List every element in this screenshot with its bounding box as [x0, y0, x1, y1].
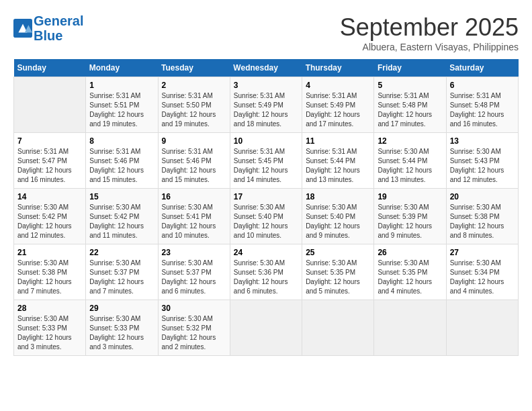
week-row-5: 28Sunrise: 5:30 AM Sunset: 5:33 PM Dayli…	[14, 300, 519, 356]
day-number: 13	[450, 136, 515, 146]
day-number: 3	[234, 81, 298, 90]
day-info: Sunrise: 5:30 AM Sunset: 5:39 PM Dayligh…	[378, 203, 442, 240]
day-info: Sunrise: 5:30 AM Sunset: 5:35 PM Dayligh…	[378, 259, 442, 296]
calendar-cell: 24Sunrise: 5:30 AM Sunset: 5:36 PM Dayli…	[230, 244, 302, 300]
day-header-wednesday: Wednesday	[230, 59, 302, 77]
calendar-cell: 17Sunrise: 5:30 AM Sunset: 5:40 PM Dayli…	[230, 189, 302, 244]
day-number: 26	[378, 248, 442, 257]
day-number: 28	[17, 304, 82, 313]
day-number: 20	[450, 192, 515, 201]
day-number: 21	[17, 248, 82, 257]
day-number: 23	[162, 248, 226, 257]
day-number: 15	[89, 192, 154, 201]
day-header-saturday: Saturday	[446, 59, 518, 77]
calendar-cell	[374, 300, 446, 356]
day-header-thursday: Thursday	[302, 59, 374, 77]
calendar-cell: 9Sunrise: 5:31 AM Sunset: 5:46 PM Daylig…	[158, 133, 230, 189]
calendar-cell: 12Sunrise: 5:30 AM Sunset: 5:44 PM Dayli…	[374, 133, 446, 189]
day-number: 6	[450, 81, 515, 90]
logo-line2: Blue	[34, 28, 62, 43]
day-number: 11	[306, 136, 370, 146]
calendar-table: SundayMondayTuesdayWednesdayThursdayFrid…	[13, 59, 519, 356]
calendar-cell: 15Sunrise: 5:30 AM Sunset: 5:42 PM Dayli…	[86, 189, 158, 244]
day-header-monday: Monday	[86, 59, 158, 77]
day-number: 19	[378, 192, 442, 201]
day-number: 24	[234, 248, 298, 257]
calendar-cell: 4Sunrise: 5:31 AM Sunset: 5:49 PM Daylig…	[302, 77, 374, 133]
day-info: Sunrise: 5:30 AM Sunset: 5:44 PM Dayligh…	[378, 147, 442, 185]
day-number: 5	[378, 81, 442, 90]
calendar-cell: 22Sunrise: 5:30 AM Sunset: 5:37 PM Dayli…	[86, 244, 158, 300]
title-block: September 2025 Albuera, Eastern Visayas,…	[340, 13, 519, 52]
calendar-cell: 13Sunrise: 5:30 AM Sunset: 5:43 PM Dayli…	[446, 133, 518, 189]
day-info: Sunrise: 5:30 AM Sunset: 5:34 PM Dayligh…	[450, 259, 515, 296]
day-number: 16	[162, 192, 226, 201]
month-title: September 2025	[340, 13, 519, 42]
days-header-row: SundayMondayTuesdayWednesdayThursdayFrid…	[14, 59, 519, 77]
calendar-cell: 1Sunrise: 5:31 AM Sunset: 5:51 PM Daylig…	[86, 77, 158, 133]
day-number: 25	[306, 248, 370, 257]
day-header-sunday: Sunday	[14, 59, 86, 77]
calendar-cell: 18Sunrise: 5:30 AM Sunset: 5:40 PM Dayli…	[302, 189, 374, 244]
calendar-cell: 20Sunrise: 5:30 AM Sunset: 5:38 PM Dayli…	[446, 189, 518, 244]
calendar-cell: 5Sunrise: 5:31 AM Sunset: 5:48 PM Daylig…	[374, 77, 446, 133]
week-row-3: 14Sunrise: 5:30 AM Sunset: 5:42 PM Dayli…	[14, 189, 519, 244]
calendar-cell: 25Sunrise: 5:30 AM Sunset: 5:35 PM Dayli…	[302, 244, 374, 300]
day-info: Sunrise: 5:30 AM Sunset: 5:33 PM Dayligh…	[89, 314, 154, 352]
calendar-cell: 19Sunrise: 5:30 AM Sunset: 5:39 PM Dayli…	[374, 189, 446, 244]
calendar-cell: 6Sunrise: 5:31 AM Sunset: 5:48 PM Daylig…	[446, 77, 518, 133]
day-info: Sunrise: 5:30 AM Sunset: 5:40 PM Dayligh…	[306, 203, 370, 240]
day-number: 2	[162, 81, 226, 90]
day-info: Sunrise: 5:30 AM Sunset: 5:32 PM Dayligh…	[162, 314, 226, 352]
day-info: Sunrise: 5:31 AM Sunset: 5:49 PM Dayligh…	[306, 91, 370, 129]
logo-icon	[13, 19, 32, 38]
day-info: Sunrise: 5:30 AM Sunset: 5:37 PM Dayligh…	[89, 259, 154, 296]
day-number: 17	[234, 192, 298, 201]
logo: General Blue	[13, 13, 83, 43]
calendar-cell: 21Sunrise: 5:30 AM Sunset: 5:38 PM Dayli…	[14, 244, 86, 300]
logo-text: General Blue	[34, 13, 83, 43]
day-info: Sunrise: 5:30 AM Sunset: 5:36 PM Dayligh…	[234, 259, 298, 296]
day-info: Sunrise: 5:30 AM Sunset: 5:42 PM Dayligh…	[17, 203, 82, 240]
day-number: 22	[89, 248, 154, 257]
calendar-cell: 7Sunrise: 5:31 AM Sunset: 5:47 PM Daylig…	[14, 133, 86, 189]
day-info: Sunrise: 5:30 AM Sunset: 5:41 PM Dayligh…	[162, 203, 226, 240]
day-info: Sunrise: 5:31 AM Sunset: 5:51 PM Dayligh…	[89, 91, 154, 129]
day-number: 7	[17, 136, 82, 146]
day-info: Sunrise: 5:31 AM Sunset: 5:49 PM Dayligh…	[234, 91, 298, 129]
calendar-cell: 26Sunrise: 5:30 AM Sunset: 5:35 PM Dayli…	[374, 244, 446, 300]
calendar-cell: 2Sunrise: 5:31 AM Sunset: 5:50 PM Daylig…	[158, 77, 230, 133]
day-info: Sunrise: 5:31 AM Sunset: 5:48 PM Dayligh…	[450, 91, 515, 129]
day-number: 14	[17, 192, 82, 201]
day-info: Sunrise: 5:31 AM Sunset: 5:46 PM Dayligh…	[162, 147, 226, 185]
day-number: 1	[89, 81, 154, 90]
calendar-cell	[446, 300, 518, 356]
location-subtitle: Albuera, Eastern Visayas, Philippines	[340, 42, 519, 52]
day-number: 18	[306, 192, 370, 201]
day-info: Sunrise: 5:30 AM Sunset: 5:43 PM Dayligh…	[450, 147, 515, 185]
day-header-tuesday: Tuesday	[158, 59, 230, 77]
day-info: Sunrise: 5:31 AM Sunset: 5:47 PM Dayligh…	[17, 147, 82, 185]
page-header: General Blue September 2025 Albuera, Eas…	[13, 13, 519, 52]
day-number: 12	[378, 136, 442, 146]
week-row-2: 7Sunrise: 5:31 AM Sunset: 5:47 PM Daylig…	[14, 133, 519, 189]
calendar-cell: 8Sunrise: 5:31 AM Sunset: 5:46 PM Daylig…	[86, 133, 158, 189]
calendar-cell: 3Sunrise: 5:31 AM Sunset: 5:49 PM Daylig…	[230, 77, 302, 133]
calendar-cell: 10Sunrise: 5:31 AM Sunset: 5:45 PM Dayli…	[230, 133, 302, 189]
week-row-1: 1Sunrise: 5:31 AM Sunset: 5:51 PM Daylig…	[14, 77, 519, 133]
day-number: 4	[306, 81, 370, 90]
calendar-cell: 30Sunrise: 5:30 AM Sunset: 5:32 PM Dayli…	[158, 300, 230, 356]
logo-line1: General	[34, 13, 83, 28]
calendar-cell: 16Sunrise: 5:30 AM Sunset: 5:41 PM Dayli…	[158, 189, 230, 244]
day-info: Sunrise: 5:30 AM Sunset: 5:37 PM Dayligh…	[162, 259, 226, 296]
calendar-cell: 14Sunrise: 5:30 AM Sunset: 5:42 PM Dayli…	[14, 189, 86, 244]
day-number: 10	[234, 136, 298, 146]
day-info: Sunrise: 5:30 AM Sunset: 5:38 PM Dayligh…	[450, 203, 515, 240]
day-number: 29	[89, 304, 154, 313]
week-row-4: 21Sunrise: 5:30 AM Sunset: 5:38 PM Dayli…	[14, 244, 519, 300]
day-info: Sunrise: 5:31 AM Sunset: 5:48 PM Dayligh…	[378, 91, 442, 129]
day-info: Sunrise: 5:31 AM Sunset: 5:46 PM Dayligh…	[89, 147, 154, 185]
day-info: Sunrise: 5:30 AM Sunset: 5:42 PM Dayligh…	[89, 203, 154, 240]
day-number: 27	[450, 248, 515, 257]
calendar-cell	[302, 300, 374, 356]
